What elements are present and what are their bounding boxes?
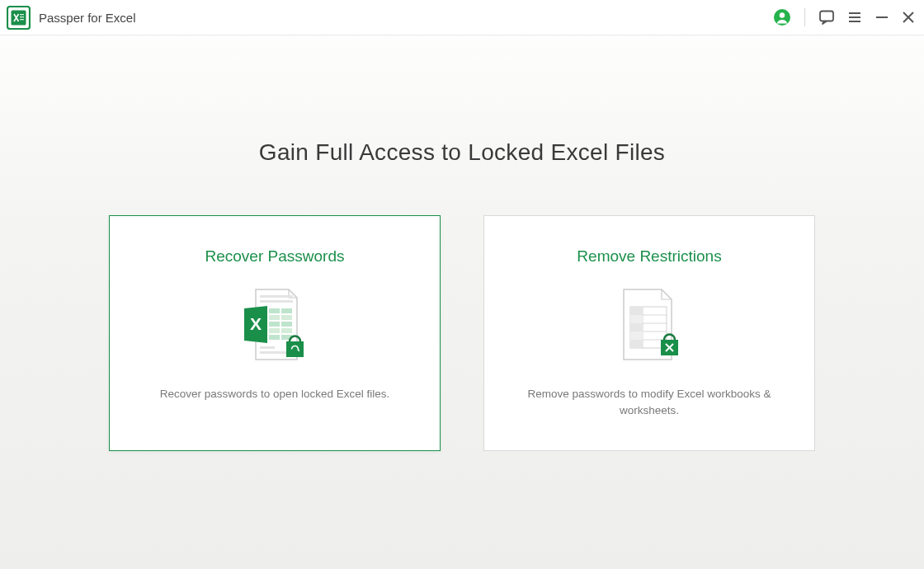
svg-rect-36 bbox=[630, 307, 643, 315]
excel-doc-lock-refresh-icon: X bbox=[229, 285, 320, 368]
minimize-icon[interactable] bbox=[874, 10, 889, 25]
svg-rect-38 bbox=[630, 323, 643, 332]
svg-rect-40 bbox=[630, 340, 643, 348]
account-icon[interactable] bbox=[773, 8, 791, 26]
menu-icon[interactable] bbox=[846, 9, 863, 26]
svg-rect-14 bbox=[260, 295, 293, 298]
main-content: Gain Full Access to Locked Excel Files R… bbox=[0, 35, 924, 451]
card-title: Remove Restrictions bbox=[577, 247, 721, 266]
card-recover-passwords[interactable]: Recover Passwords X bbox=[109, 215, 441, 451]
svg-rect-27 bbox=[260, 346, 275, 349]
svg-rect-15 bbox=[260, 300, 293, 303]
card-description: Recover passwords to open locked Excel f… bbox=[135, 386, 414, 402]
svg-rect-4 bbox=[20, 19, 24, 20]
svg-rect-18 bbox=[281, 308, 292, 313]
svg-rect-23 bbox=[269, 328, 280, 333]
svg-point-6 bbox=[780, 12, 785, 17]
svg-text:X: X bbox=[250, 314, 262, 333]
page-title: Gain Full Access to Locked Excel Files bbox=[259, 139, 665, 166]
svg-rect-17 bbox=[269, 308, 280, 313]
titlebar: Passper for Excel bbox=[0, 0, 924, 35]
svg-rect-20 bbox=[281, 315, 292, 320]
svg-rect-3 bbox=[20, 16, 24, 17]
titlebar-divider bbox=[804, 8, 805, 26]
close-icon[interactable] bbox=[901, 10, 916, 25]
app-logo-icon bbox=[7, 6, 31, 30]
svg-rect-21 bbox=[269, 322, 280, 327]
svg-rect-1 bbox=[12, 10, 26, 25]
card-title: Recover Passwords bbox=[205, 247, 345, 266]
svg-rect-24 bbox=[281, 328, 292, 333]
svg-rect-2 bbox=[20, 14, 24, 15]
card-description: Remove passwords to modify Excel workboo… bbox=[484, 386, 814, 420]
doc-lock-x-icon bbox=[604, 285, 695, 368]
svg-rect-29 bbox=[286, 341, 304, 357]
feedback-icon[interactable] bbox=[818, 9, 835, 26]
svg-rect-7 bbox=[820, 12, 833, 21]
card-remove-restrictions[interactable]: Remove Restrictions bbox=[483, 215, 815, 451]
card-row: Recover Passwords X bbox=[109, 215, 815, 451]
app-title: Passper for Excel bbox=[39, 11, 136, 25]
titlebar-left: Passper for Excel bbox=[7, 6, 136, 30]
svg-rect-25 bbox=[269, 335, 280, 340]
svg-rect-39 bbox=[630, 332, 643, 340]
svg-rect-22 bbox=[281, 322, 292, 327]
svg-rect-37 bbox=[630, 315, 643, 323]
titlebar-right bbox=[773, 8, 916, 26]
svg-rect-19 bbox=[269, 315, 280, 320]
